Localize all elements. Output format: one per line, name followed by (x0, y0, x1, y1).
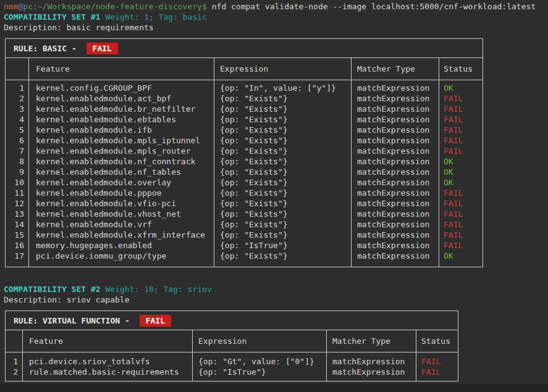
feature-cell: kernel.enabledmodule.act_bpf (28, 93, 214, 104)
expression-cell: {op: "Exists"} (214, 177, 351, 188)
table-body: 1kernel.config.CGROUP_BPF{op: "In", valu… (6, 80, 483, 267)
expression-cell: {op: "In", value: ["y"]} (214, 83, 351, 93)
row-number: 17 (6, 251, 28, 261)
terminal-bottom-edge (0, 384, 548, 392)
table-columns-area: FeatureExpressionMatcher TypeStatus 1ker… (6, 58, 483, 267)
matcher-type-cell: matchExpression (351, 251, 439, 261)
expression-cell: {op: "Exists"} (214, 209, 351, 219)
feature-cell: kernel.config.CGROUP_BPF (28, 83, 214, 93)
compat-set-1-meta: Weight: 1; Tag: basic (106, 12, 207, 22)
rule-label: RULE: VIRTUAL FUNCTION - (14, 315, 135, 326)
matcher-type-cell: matchExpression (351, 177, 439, 188)
expression-cell: {op: "Exists"} (214, 104, 351, 114)
feature-cell: kernel.enabledmodule.vrf (28, 219, 214, 230)
expression-cell: {op: "IsTrue"} (214, 240, 351, 251)
rule-status-badge: FAIL (140, 315, 171, 327)
matcher-type-cell: matchExpression (326, 367, 416, 377)
column-header: Feature (28, 64, 214, 74)
row-number: 11 (6, 188, 28, 198)
status-cell: OK (439, 251, 483, 261)
status-cell: FAIL (439, 209, 483, 219)
row-number: 9 (6, 167, 28, 177)
terminal-window[interactable]: nmm@pc:~/Workspace/node-feature-discover… (0, 0, 548, 392)
matcher-type-cell: matchExpression (351, 135, 439, 146)
status-cell: FAIL (439, 219, 483, 230)
matcher-type-cell: matchExpression (351, 146, 439, 156)
feature-cell: pci.device.iommu_group/type (28, 251, 214, 261)
expression-cell: {op: "Exists"} (214, 125, 351, 135)
status-cell: FAIL (439, 114, 483, 125)
feature-cell: kernel.enabledmodule.xfrm_interface (28, 230, 214, 240)
rule-label: RULE: BASIC - (14, 43, 82, 54)
column-header: Matcher Type (351, 64, 439, 74)
matcher-type-cell: matchExpression (351, 93, 439, 104)
compat-set-1-heading: COMPATIBILITY SET #1Weight: 1; Tag: basi… (4, 12, 207, 22)
column-divider (326, 330, 327, 381)
status-cell: FAIL (416, 356, 458, 367)
expression-cell: {op: "Exists"} (214, 219, 351, 230)
expression-cell: {op: "IsTrue"} (192, 367, 326, 377)
matcher-type-cell: matchExpression (326, 356, 416, 367)
matcher-type-cell: matchExpression (351, 104, 439, 114)
column-divider (22, 330, 23, 381)
status-cell: FAIL (439, 93, 483, 104)
compat-set-2-meta: Weight: 10; Tag: sriov (106, 285, 212, 294)
status-cell: OK (439, 156, 483, 167)
command-text: nfd compat validate-node --image localho… (212, 2, 536, 11)
row-number: 2 (6, 367, 22, 377)
feature-cell: kernel.enabledmodule.pppoe (28, 188, 214, 198)
matcher-type-cell: matchExpression (351, 167, 439, 177)
status-cell: FAIL (439, 104, 483, 114)
matcher-type-cell: matchExpression (351, 230, 439, 240)
feature-cell: kernel.enabledmodule.overlay (28, 177, 214, 188)
feature-cell: kernel.enabledmodule.mpls_router (28, 146, 214, 156)
row-number: 4 (6, 114, 28, 125)
row-number: 15 (6, 230, 28, 240)
column-header: Matcher Type (326, 336, 416, 346)
shell-prompt-line: nmm@pc:~/Workspace/node-feature-discover… (4, 1, 536, 12)
row-number: 12 (6, 198, 28, 209)
expression-cell: {op: "Exists"} (214, 114, 351, 125)
status-cell: OK (439, 83, 483, 93)
row-number: 7 (6, 146, 28, 156)
feature-cell: kernel.enabledmodule.nf_tables (28, 167, 214, 177)
row-number: 2 (6, 93, 28, 104)
status-cell: OK (439, 167, 483, 177)
expression-cell: {op: "Exists"} (214, 251, 351, 261)
matcher-type-cell: matchExpression (351, 209, 439, 219)
expression-cell: {op: "Exists"} (214, 135, 351, 146)
status-cell: FAIL (439, 188, 483, 198)
expression-cell: {op: "Exists"} (214, 188, 351, 198)
matcher-type-cell: matchExpression (351, 125, 439, 135)
compat-set-1-title: COMPATIBILITY SET #1 (4, 12, 101, 22)
feature-cell: pci.device.sriov_totalvfs (22, 356, 192, 367)
column-header: Expression (192, 336, 326, 346)
row-number: 1 (6, 83, 28, 93)
rule-table-virtual-function: RULE: VIRTUAL FUNCTION - FAIL FeatureExp… (5, 311, 458, 382)
status-cell: FAIL (439, 240, 483, 251)
row-number: 1 (6, 356, 22, 367)
status-cell: FAIL (439, 125, 483, 135)
feature-cell: kernel.enabledmodule.vhost_net (28, 209, 214, 219)
prompt-host: pc (23, 2, 33, 11)
expression-cell: {op: "Gt", value: ["0"]} (192, 356, 326, 367)
table-header-row: FeatureExpressionMatcher TypeStatus (6, 58, 483, 80)
compat-set-1-description: Description: basic requirements (4, 22, 154, 33)
matcher-type-cell: matchExpression (351, 188, 439, 198)
column-header: Status (439, 64, 483, 74)
compat-set-2-title: COMPATIBILITY SET #2 (4, 285, 101, 294)
table-columns-area: FeatureExpressionMatcher TypeStatus 1pci… (6, 330, 458, 381)
matcher-type-cell: matchExpression (351, 240, 439, 251)
column-divider (192, 330, 193, 381)
status-cell: FAIL (416, 367, 458, 377)
prompt-colon: : (33, 2, 38, 11)
row-number: 13 (6, 209, 28, 219)
expression-cell: {op: "Exists"} (214, 198, 351, 209)
feature-cell: kernel.enabledmodule.ifb (28, 125, 214, 135)
prompt-dollar-sign: $ (202, 2, 207, 11)
row-number: 14 (6, 219, 28, 230)
row-number: 3 (6, 104, 28, 114)
prompt-path: ~/Workspace/node-feature-discovery (38, 2, 202, 11)
matcher-type-cell: matchExpression (351, 83, 439, 93)
column-divider (439, 58, 439, 267)
